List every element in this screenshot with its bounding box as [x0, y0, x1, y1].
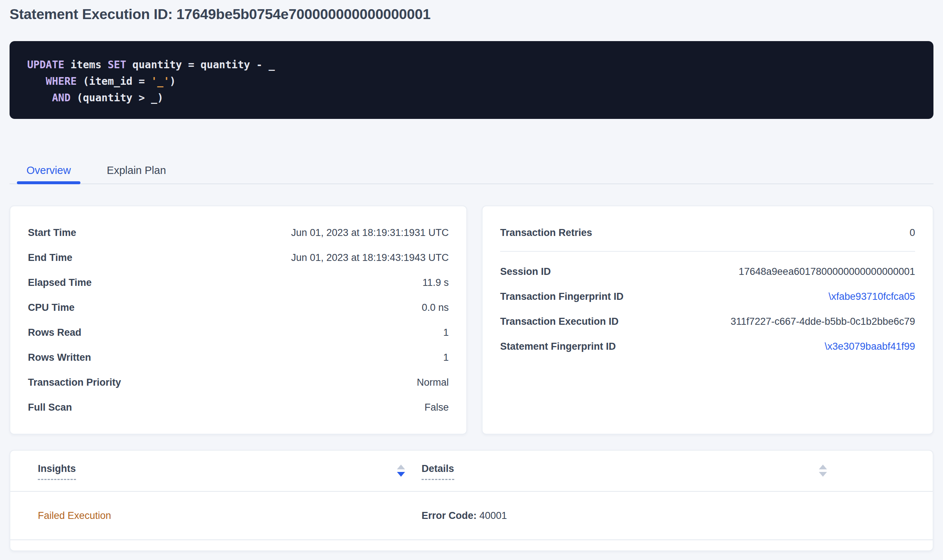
sort-carets-icon[interactable] [819, 465, 827, 477]
sort-carets-icon[interactable] [397, 465, 405, 477]
summary-label: End Time [28, 252, 72, 263]
transaction-summary-card: Transaction Retries 0 Session ID17648a9e… [482, 206, 934, 434]
summary-value: 11.9 s [422, 277, 449, 288]
summary-value: 17648a9eea6017800000000000000001 [738, 266, 915, 277]
summary-label: Full Scan [28, 402, 72, 413]
insight-table-row: Failed Execution Error Code: 40001 [10, 492, 933, 540]
sort-down-caret-icon [819, 472, 827, 477]
summary-label: CPU Time [28, 302, 74, 313]
summary-value: False [424, 402, 449, 413]
summary-row: Statement Fingerprint ID\x3e3079baabf41f… [500, 334, 915, 359]
sql-line: AND (quantity > _) [27, 89, 916, 106]
summary-row: Rows Written1 [28, 345, 449, 370]
sort-up-caret-icon [397, 465, 405, 469]
summary-row: CPU Time0.0 ns [28, 295, 449, 320]
insight-badge: Failed Execution [38, 510, 111, 521]
tab-overview[interactable]: Overview [17, 157, 80, 183]
summary-label: Rows Written [28, 352, 91, 363]
summary-row: Transaction Fingerprint ID\xfabe93710fcf… [500, 284, 915, 309]
insights-table-header: Insights Details [10, 451, 933, 492]
sql-text: (quantity > _) [71, 92, 163, 104]
summary-value: 311f7227-c667-4dde-b5bb-0c1b2bbe6c79 [731, 316, 915, 327]
column-header-details-label: Details [422, 463, 454, 480]
sql-keyword: WHERE [46, 75, 77, 87]
summary-label: Elapsed Time [28, 277, 92, 288]
statement-execution-details-page: Statement Execution ID: 17649be5b0754e70… [0, 0, 943, 560]
page-title: Statement Execution ID: 17649be5b0754e70… [9, 0, 934, 23]
summary-row: End TimeJun 01, 2023 at 18:19:43:1943 UT… [28, 245, 449, 270]
summary-value: Jun 01, 2023 at 18:19:43:1943 UTC [291, 252, 449, 263]
summary-row: Session ID17648a9eea60178000000000000000… [500, 259, 915, 284]
summary-label: Rows Read [28, 327, 82, 338]
tab-overview-label: Overview [26, 165, 71, 177]
sql-text: (item_id = [77, 75, 151, 87]
summary-value: 1 [443, 352, 449, 363]
execution-summary-rows: Start TimeJun 01, 2023 at 18:19:31:1931 … [28, 220, 449, 420]
insight-cell: Failed Execution [38, 510, 422, 522]
sql-keyword: SET [108, 59, 126, 71]
detail-cell: Error Code: 40001 [422, 510, 507, 522]
summary-value: 0 [909, 227, 915, 238]
sql-text: items [64, 59, 108, 71]
sql-keyword: UPDATE [27, 59, 64, 71]
card-divider [500, 251, 915, 252]
sql-text [27, 92, 52, 104]
sql-line: UPDATE items SET quantity = quantity - _ [27, 57, 916, 73]
detail-value: 40001 [477, 510, 507, 521]
sql-string-literal: '_' [151, 75, 169, 87]
detail-label: Error Code: [422, 510, 477, 521]
summary-row: Start TimeJun 01, 2023 at 18:19:31:1931 … [28, 220, 449, 245]
fingerprint-link[interactable]: \xfabe93710fcfca05 [829, 291, 915, 302]
summary-value: Jun 01, 2023 at 18:19:31:1931 UTC [291, 227, 449, 238]
execution-summary-card: Start TimeJun 01, 2023 at 18:19:31:1931 … [9, 206, 467, 434]
sql-text: quantity = quantity - _ [126, 59, 275, 71]
summary-row: Transaction PriorityNormal [28, 370, 449, 395]
summary-value: Normal [417, 377, 449, 388]
summary-value: 1 [443, 327, 449, 338]
tab-explain-plan-label: Explain Plan [107, 165, 166, 177]
sql-line: WHERE (item_id = '_') [27, 73, 916, 89]
summary-label: Transaction Execution ID [500, 316, 619, 327]
summary-label: Transaction Retries [500, 227, 592, 238]
summary-value: 0.0 ns [422, 302, 449, 313]
summary-label: Start Time [28, 227, 76, 238]
summary-label: Transaction Priority [28, 377, 121, 388]
summary-label: Session ID [500, 266, 551, 277]
sql-keyword: AND [52, 92, 71, 104]
insights-table-card: Insights Details Failed Execution [9, 450, 934, 551]
sql-text [27, 75, 46, 87]
column-header-insights-label: Insights [38, 463, 76, 480]
summary-row: Transaction Execution ID311f7227-c667-4d… [500, 309, 915, 334]
sql-text: ) [169, 75, 176, 87]
fingerprint-link[interactable]: \x3e3079baabf41f99 [825, 341, 915, 352]
summary-label: Statement Fingerprint ID [500, 341, 616, 352]
summary-row: Elapsed Time11.9 s [28, 270, 449, 295]
sort-down-caret-icon [397, 472, 405, 477]
column-header-details[interactable]: Details [422, 463, 827, 491]
sort-up-caret-icon [819, 465, 827, 469]
tab-explain-plan[interactable]: Explain Plan [97, 157, 176, 183]
summary-cards: Start TimeJun 01, 2023 at 18:19:31:1931 … [9, 206, 934, 434]
sql-statement: UPDATE items SET quantity = quantity - _… [9, 41, 934, 119]
tab-bar: Overview Explain Plan [9, 157, 934, 184]
summary-row: Transaction Retries 0 [500, 220, 915, 245]
column-header-insights[interactable]: Insights [38, 463, 405, 491]
summary-row: Rows Read1 [28, 320, 449, 345]
transaction-summary-rows: Session ID17648a9eea60178000000000000000… [500, 259, 915, 359]
summary-row: Full ScanFalse [28, 395, 449, 420]
summary-label: Transaction Fingerprint ID [500, 291, 624, 302]
